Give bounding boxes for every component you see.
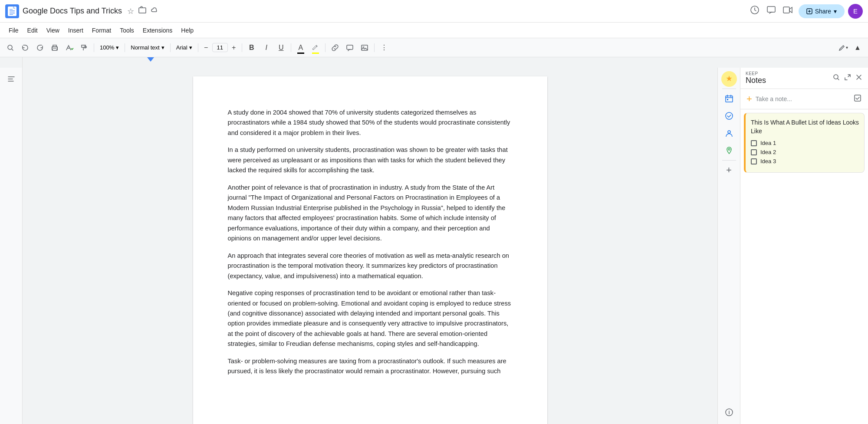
menu-format[interactable]: Format	[89, 25, 115, 36]
redo-button[interactable]	[33, 41, 47, 55]
keep-label: KEEP	[746, 71, 829, 76]
take-note-bar[interactable]: + Take a note...	[740, 89, 868, 109]
collapse-toolbar-button[interactable]: ▲	[851, 41, 865, 55]
zoom-caret-icon: ▾	[116, 44, 119, 51]
pen-tool-button[interactable]: ▾	[836, 41, 850, 55]
ruler-left-indicator	[147, 57, 154, 62]
italic-button[interactable]: I	[260, 41, 273, 55]
text-style-select[interactable]: Normal text ▾	[128, 41, 167, 54]
svg-rect-9	[347, 45, 353, 49]
menu-file[interactable]: File	[5, 25, 22, 36]
paragraph-1: A study done in 2004 showed that 70% of …	[228, 108, 513, 138]
undo-button[interactable]	[18, 41, 32, 55]
keep-header: KEEP Notes	[740, 68, 868, 89]
note-item-label-2: Idea 2	[760, 149, 776, 155]
ruler	[23, 57, 845, 68]
maps-icon[interactable]	[721, 143, 737, 158]
paragraph-5: Negative coping responses of procrastina…	[228, 288, 513, 349]
paragraph-3: Another point of relevance is that of pr…	[228, 183, 513, 244]
paragraph-2: In a study performed on university stude…	[228, 145, 513, 175]
menu-view[interactable]: View	[43, 25, 63, 36]
main-layout: A study done in 2004 showed that 70% of …	[0, 68, 868, 424]
insert-image-button[interactable]	[358, 41, 372, 55]
keep-title: Notes	[746, 76, 829, 85]
add-addon-button[interactable]: +	[721, 162, 737, 178]
tasks-icon[interactable]	[721, 108, 737, 124]
print-button[interactable]	[48, 41, 62, 55]
search-button[interactable]	[3, 41, 17, 55]
menu-insert[interactable]: Insert	[65, 25, 87, 36]
link-button[interactable]	[328, 41, 342, 55]
bold-button[interactable]: B	[245, 41, 259, 55]
note-item-label-3: Idea 3	[760, 158, 776, 164]
keep-panel-icon[interactable]	[721, 71, 737, 87]
keep-title-area: KEEP Notes	[746, 71, 829, 85]
note-checkbox-3[interactable]	[751, 158, 757, 164]
keep-close-icon[interactable]	[855, 73, 863, 83]
note-item-label-1: Idea 1	[760, 140, 776, 146]
note-card-title: This Is What A Bullet List of Ideas Look…	[751, 118, 859, 135]
right-panel-divider-2	[722, 160, 736, 161]
font-family-select[interactable]: Arial ▾	[173, 41, 195, 54]
toolbar: 100% ▾ Normal text ▾ Arial ▾ − 11 + B I …	[0, 38, 868, 57]
calendar-icon[interactable]	[721, 91, 737, 106]
keep-popout-icon[interactable]	[844, 73, 852, 83]
menu-tools[interactable]: Tools	[116, 25, 138, 36]
outline-toggle[interactable]	[3, 71, 19, 89]
separator-2	[125, 43, 125, 52]
insert-comment-button[interactable]	[343, 41, 357, 55]
separator-1	[94, 43, 94, 52]
contacts-icon[interactable]	[721, 125, 737, 141]
title-bar: Google Docs Tips and Tricks ☆	[0, 0, 868, 23]
highlight-color-button[interactable]	[309, 41, 322, 55]
comments-icon[interactable]	[765, 3, 778, 19]
separator-5	[242, 43, 242, 52]
note-checkbox-2[interactable]	[751, 149, 757, 155]
svg-rect-8	[53, 48, 56, 49]
more-options-button[interactable]: ⋮	[377, 41, 391, 55]
svg-point-14	[726, 112, 733, 119]
menu-help[interactable]: Help	[178, 25, 197, 36]
keep-search-icon[interactable]	[832, 73, 840, 83]
pen-dropdown-icon: ▾	[846, 45, 848, 50]
svg-rect-3	[767, 7, 775, 12]
right-panel-icons: +	[717, 68, 740, 424]
separator-4	[198, 43, 198, 52]
spellcheck-button[interactable]	[62, 41, 76, 55]
svg-rect-4	[783, 7, 789, 13]
doc-page: A study done in 2004 showed that 70% of …	[193, 76, 547, 424]
doc-title[interactable]: Google Docs Tips and Tricks	[23, 7, 122, 16]
star-icon[interactable]: ☆	[127, 7, 134, 16]
font-color-button[interactable]: A	[294, 41, 308, 55]
svg-rect-13	[727, 99, 728, 100]
user-avatar[interactable]: E	[848, 4, 863, 19]
keep-header-actions	[832, 73, 863, 83]
separator-3	[170, 43, 171, 52]
share-button[interactable]: Share ▾	[799, 4, 845, 18]
take-note-checkbox-icon[interactable]	[853, 94, 862, 105]
info-icon[interactable]	[725, 408, 733, 419]
note-card[interactable]: This Is What A Bullet List of Ideas Look…	[744, 113, 865, 173]
take-note-placeholder[interactable]: Take a note...	[756, 95, 850, 102]
font-size-decrease-button[interactable]: −	[201, 41, 211, 55]
font-size-increase-button[interactable]: +	[229, 41, 239, 55]
underline-button[interactable]: U	[274, 41, 288, 55]
left-sidebar	[0, 68, 23, 424]
cloud-save-icon[interactable]	[151, 6, 158, 16]
zoom-select[interactable]: 100% ▾	[97, 41, 122, 54]
highlight-bar	[312, 53, 319, 54]
font-caret-icon: ▾	[189, 44, 192, 51]
doc-area[interactable]: A study done in 2004 showed that 70% of …	[23, 68, 717, 424]
note-item-1: Idea 1	[751, 140, 859, 146]
menu-extensions[interactable]: Extensions	[139, 25, 176, 36]
note-checkbox-1[interactable]	[751, 140, 757, 146]
share-caret-icon: ▾	[834, 8, 837, 15]
font-size-display[interactable]: 11	[212, 43, 228, 52]
menu-edit[interactable]: Edit	[24, 25, 41, 36]
history-icon[interactable]	[748, 3, 761, 19]
paint-format-button[interactable]	[77, 41, 91, 55]
drive-icon[interactable]	[138, 6, 146, 16]
svg-rect-12	[726, 96, 733, 102]
meet-icon[interactable]	[781, 3, 795, 19]
app-icon	[5, 4, 19, 18]
